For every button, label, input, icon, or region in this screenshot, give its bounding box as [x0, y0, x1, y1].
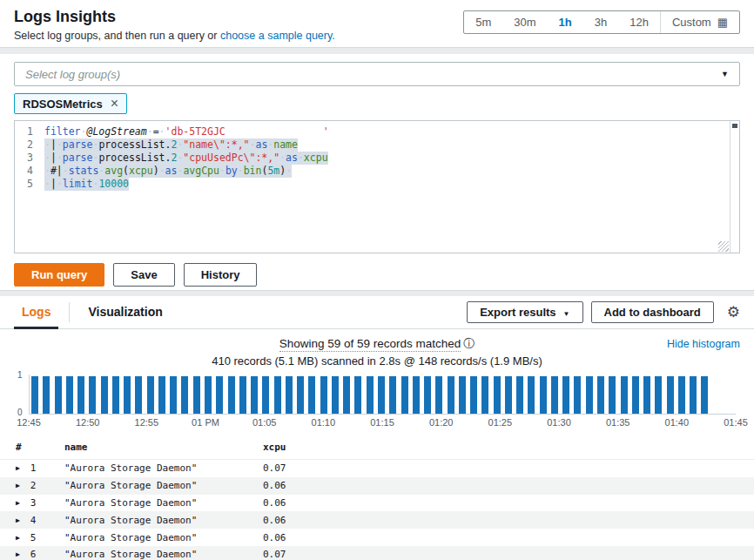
results-table: # name xcpu ▶1"Aurora Storage Daemon"0.0… [0, 435, 754, 560]
row-number: 3 [30, 497, 37, 509]
export-results-label: Export results [480, 306, 555, 319]
tab-visualization[interactable]: Visualization [80, 296, 170, 329]
table-row[interactable]: ▶3"Aurora Storage Daemon"0.06 [0, 495, 754, 512]
time-range-30m[interactable]: 30m [502, 11, 547, 33]
line-number: 2 [15, 138, 44, 152]
col-header-xcpu: xcpu [263, 442, 754, 453]
histogram-bar [540, 376, 547, 414]
code-token: as [255, 138, 267, 151]
code-token: ) [153, 165, 159, 177]
gear-icon[interactable]: ⚙ [727, 303, 740, 321]
histogram-bar [89, 376, 96, 414]
col-header-num: # [16, 442, 64, 453]
row-name: "Aurora Storage Daemon" [64, 480, 263, 491]
time-range-custom[interactable]: Custom ▦ [660, 11, 739, 33]
expand-row-icon[interactable]: ▶ [16, 499, 20, 507]
save-button[interactable]: Save [113, 263, 174, 287]
code-token: as [165, 165, 178, 177]
sample-query-link[interactable]: choose a sample query. [220, 30, 335, 42]
row-number: 1 [30, 462, 37, 474]
expand-row-icon[interactable]: ▶ [16, 550, 20, 558]
close-icon[interactable]: × [111, 97, 118, 111]
code-text-line-2[interactable]: ·|·parse·processList.2·"name\":*,"·as·na… [44, 138, 298, 152]
time-range-12h[interactable]: 12h [618, 11, 660, 33]
time-range-1h[interactable]: 1h [548, 11, 583, 33]
histogram-bar [551, 376, 558, 414]
code-token: · [298, 152, 304, 164]
code-text-line-4[interactable]: ·#|·stats·avg(xcpu)·as·avgCpu·by·bin(5m)… [44, 165, 292, 178]
histogram-y-tick-0: 0 [17, 408, 23, 417]
histogram-y-tick-1: 1 [17, 370, 23, 380]
code-token: "cpuUsedPc\":*," [183, 152, 279, 164]
row-name: "Aurora Storage Daemon" [64, 515, 263, 526]
subtitle-text: Select log groups, and then run a query … [14, 30, 220, 42]
header-left: Logs Insights Select log groups, and the… [14, 8, 335, 42]
table-row[interactable]: ▶4"Aurora Storage Daemon"0.06 [0, 511, 754, 529]
expand-row-icon[interactable]: ▶ [16, 482, 20, 489]
line-number: 3 [15, 152, 44, 165]
add-to-dashboard-button[interactable]: Add to dashboard [591, 301, 714, 323]
expand-row-icon[interactable]: ▶ [16, 464, 20, 472]
tab-logs[interactable]: Logs [14, 296, 58, 329]
row-expand-cell: ▶1 [16, 462, 64, 474]
info-icon[interactable]: ⓘ [463, 337, 475, 350]
row-expand-cell: ▶6 [16, 549, 64, 560]
time-range-group: 5m30m1h3h12h Custom ▦ [463, 10, 740, 34]
results-actions: Export results▼ Add to dashboard ⚙ [467, 296, 740, 328]
code-token: · [44, 138, 50, 151]
records-matched-status: Showing 59 of 59 records matchedⓘ [0, 336, 754, 352]
histogram-bar [216, 376, 223, 414]
code-token: processList. [98, 138, 171, 151]
history-button[interactable]: History [184, 263, 258, 287]
custom-label: Custom [672, 16, 711, 29]
histogram-bar [181, 376, 188, 414]
code-token: · [219, 165, 226, 177]
histogram-bar [251, 376, 258, 414]
row-xcpu: 0.06 [263, 480, 754, 491]
hide-histogram-link[interactable]: Hide histogram [667, 338, 740, 350]
histogram: 1 0 12:4512:5012:5501 PM01:0501:1001:150… [29, 374, 736, 430]
log-group-select[interactable]: Select log group(s) ▼ [14, 62, 740, 86]
query-editor-lines: 1filter·@LogStream·=·'db-5T2GJC'2·|·pars… [15, 125, 739, 191]
row-xcpu: 0.07 [263, 462, 754, 474]
expand-row-icon[interactable]: ▶ [16, 516, 20, 524]
code-token: "name\":*," [183, 138, 249, 151]
time-range-3h[interactable]: 3h [583, 11, 618, 33]
code-text-line-5[interactable]: ·|·limit·10000 [44, 178, 129, 191]
expand-row-icon[interactable]: ▶ [16, 534, 20, 542]
resize-grip-icon[interactable] [718, 241, 729, 252]
results-table-body: ▶1"Aurora Storage Daemon"0.07▶2"Aurora S… [0, 460, 754, 560]
log-group-chip[interactable]: RDSOSMetrics × [14, 93, 127, 114]
export-results-button[interactable]: Export results▼ [467, 301, 582, 323]
histogram-bar [286, 376, 293, 414]
editor-scrollbar[interactable] [730, 121, 739, 253]
code-text-line-3[interactable]: ·|·parse·processList.2·"cpuUsedPc\":*,"·… [44, 152, 328, 165]
table-row[interactable]: ▶6"Aurora Storage Daemon"0.07 [0, 546, 754, 560]
code-token: by [226, 165, 238, 177]
table-row[interactable]: ▶2"Aurora Storage Daemon"0.06 [0, 477, 754, 495]
code-token: ( [123, 165, 129, 177]
histogram-bar [274, 376, 281, 414]
table-row[interactable]: ▶1"Aurora Storage Daemon"0.07 [0, 460, 754, 477]
time-range-5m[interactable]: 5m [464, 11, 502, 33]
code-token: filter [44, 125, 81, 138]
histogram-bar [435, 376, 442, 414]
histogram-x-tick: 01 PM [192, 417, 219, 428]
table-row[interactable]: ▶5"Aurora Storage Daemon"0.06 [0, 529, 754, 546]
code-text-line-1[interactable]: filter·@LogStream·=·'db-5T2GJC' [44, 125, 329, 138]
run-query-button[interactable]: Run query [14, 263, 104, 287]
records-matched-text: Showing 59 of 59 records matched [279, 337, 461, 352]
row-name: "Aurora Storage Daemon" [64, 549, 263, 560]
histogram-bar [701, 376, 708, 414]
histogram-bar [228, 376, 235, 414]
histogram-bar [609, 376, 616, 414]
query-editor[interactable]: 1filter·@LogStream·=·'db-5T2GJC'2·|·pars… [14, 120, 740, 253]
histogram-bar [413, 376, 420, 414]
histogram-x-tick: 12:45 [17, 417, 41, 428]
editor-scrollbar-thumb[interactable] [732, 124, 737, 128]
row-number: 5 [30, 532, 37, 543]
code-token: | [50, 178, 57, 190]
histogram-bar [112, 376, 119, 414]
code-token: 10000 [98, 178, 129, 190]
log-group-chip-label: RDSOSMetrics [23, 98, 103, 111]
